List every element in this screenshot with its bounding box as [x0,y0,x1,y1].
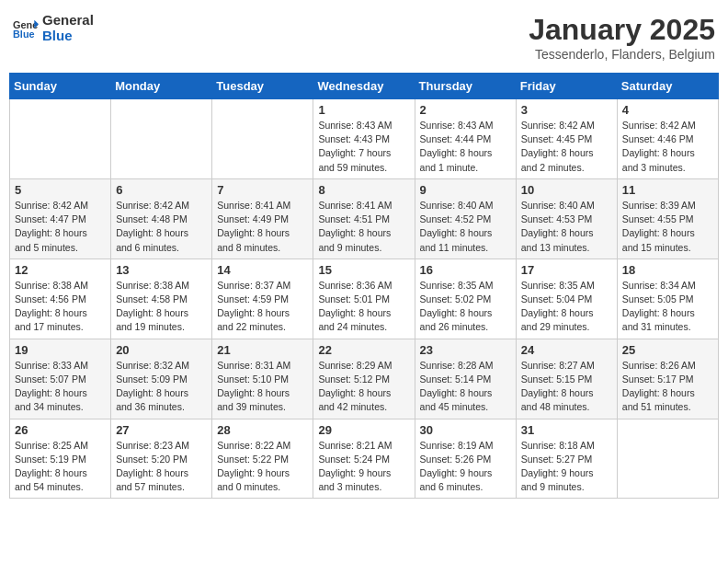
day-info: Sunrise: 8:38 AMSunset: 4:56 PMDaylight:… [15,279,106,335]
day-cell: 7Sunrise: 8:41 AMSunset: 4:49 PMDaylight… [212,178,313,259]
logo-blue: Blue [42,28,73,43]
day-cell: 12Sunrise: 8:38 AMSunset: 4:56 PMDayligh… [10,259,111,339]
day-number: 13 [116,263,207,277]
day-number: 29 [318,423,409,437]
day-cell [617,419,718,499]
day-info: Sunrise: 8:40 AMSunset: 4:53 PMDaylight:… [521,199,612,255]
day-cell [212,99,313,179]
weekday-header-row: SundayMondayTuesdayWednesdayThursdayFrid… [10,74,719,99]
day-number: 22 [318,343,409,357]
week-row-1: 1Sunrise: 8:43 AMSunset: 4:43 PMDaylight… [10,99,719,179]
day-number: 21 [217,343,308,357]
week-row-3: 12Sunrise: 8:38 AMSunset: 4:56 PMDayligh… [10,259,719,339]
day-number: 8 [318,183,409,197]
day-info: Sunrise: 8:32 AMSunset: 5:09 PMDaylight:… [116,359,207,415]
day-number: 23 [420,343,511,357]
day-info: Sunrise: 8:28 AMSunset: 5:14 PMDaylight:… [420,359,511,415]
day-number: 5 [15,183,106,197]
day-number: 24 [521,343,612,357]
day-cell: 10Sunrise: 8:40 AMSunset: 4:53 PMDayligh… [516,178,617,259]
day-number: 31 [521,423,612,437]
day-cell: 3Sunrise: 8:42 AMSunset: 4:45 PMDaylight… [516,99,617,179]
day-info: Sunrise: 8:42 AMSunset: 4:47 PMDaylight:… [15,199,106,255]
day-number: 27 [116,423,207,437]
day-number: 15 [318,263,409,277]
day-number: 16 [420,263,511,277]
logo: General Blue General Blue [13,13,94,43]
day-number: 10 [521,183,612,197]
svg-text:Blue: Blue [13,29,35,39]
weekday-header-monday: Monday [111,74,212,99]
day-cell [111,99,212,179]
day-info: Sunrise: 8:36 AMSunset: 5:01 PMDaylight:… [318,279,409,335]
day-cell: 15Sunrise: 8:36 AMSunset: 5:01 PMDayligh… [313,259,415,339]
day-cell: 16Sunrise: 8:35 AMSunset: 5:02 PMDayligh… [415,259,516,339]
day-cell: 8Sunrise: 8:41 AMSunset: 4:51 PMDaylight… [313,178,415,259]
day-info: Sunrise: 8:41 AMSunset: 4:51 PMDaylight:… [318,199,409,255]
day-cell: 28Sunrise: 8:22 AMSunset: 5:22 PMDayligh… [212,419,313,499]
day-cell: 1Sunrise: 8:43 AMSunset: 4:43 PMDaylight… [313,99,415,179]
day-cell: 20Sunrise: 8:32 AMSunset: 5:09 PMDayligh… [111,339,212,419]
calendar-subtitle: Tessenderlo, Flanders, Belgium [529,47,715,62]
day-info: Sunrise: 8:29 AMSunset: 5:12 PMDaylight:… [318,359,409,415]
day-cell: 26Sunrise: 8:25 AMSunset: 5:19 PMDayligh… [10,419,111,499]
day-cell: 2Sunrise: 8:43 AMSunset: 4:44 PMDaylight… [415,99,516,179]
day-info: Sunrise: 8:42 AMSunset: 4:48 PMDaylight:… [116,199,207,255]
weekday-header-friday: Friday [516,74,617,99]
day-number: 20 [116,343,207,357]
day-info: Sunrise: 8:42 AMSunset: 4:45 PMDaylight:… [521,119,612,175]
day-cell: 29Sunrise: 8:21 AMSunset: 5:24 PMDayligh… [313,419,415,499]
logo-general: General [42,12,94,28]
day-number: 14 [217,263,308,277]
weekday-header-saturday: Saturday [617,74,718,99]
day-info: Sunrise: 8:41 AMSunset: 4:49 PMDaylight:… [217,199,308,255]
day-cell: 11Sunrise: 8:39 AMSunset: 4:55 PMDayligh… [617,178,718,259]
day-info: Sunrise: 8:18 AMSunset: 5:27 PMDaylight:… [521,439,612,495]
day-number: 7 [217,183,308,197]
day-number: 25 [622,343,713,357]
day-info: Sunrise: 8:35 AMSunset: 5:02 PMDaylight:… [420,279,511,335]
day-info: Sunrise: 8:34 AMSunset: 5:05 PMDaylight:… [622,279,713,335]
logo-icon: General Blue [13,18,39,39]
day-info: Sunrise: 8:43 AMSunset: 4:44 PMDaylight:… [420,119,511,175]
day-number: 6 [116,183,207,197]
day-number: 26 [15,423,106,437]
day-cell: 18Sunrise: 8:34 AMSunset: 5:05 PMDayligh… [617,259,718,339]
day-cell: 25Sunrise: 8:26 AMSunset: 5:17 PMDayligh… [617,339,718,419]
day-number: 1 [318,103,409,117]
weekday-header-wednesday: Wednesday [313,74,415,99]
day-info: Sunrise: 8:37 AMSunset: 4:59 PMDaylight:… [217,279,308,335]
day-info: Sunrise: 8:25 AMSunset: 5:19 PMDaylight:… [15,439,106,495]
day-cell: 19Sunrise: 8:33 AMSunset: 5:07 PMDayligh… [10,339,111,419]
day-info: Sunrise: 8:40 AMSunset: 4:52 PMDaylight:… [420,199,511,255]
weekday-header-tuesday: Tuesday [212,74,313,99]
week-row-4: 19Sunrise: 8:33 AMSunset: 5:07 PMDayligh… [10,339,719,419]
day-cell: 13Sunrise: 8:38 AMSunset: 4:58 PMDayligh… [111,259,212,339]
day-info: Sunrise: 8:35 AMSunset: 5:04 PMDaylight:… [521,279,612,335]
day-info: Sunrise: 8:42 AMSunset: 4:46 PMDaylight:… [622,119,713,175]
day-number: 18 [622,263,713,277]
day-cell: 5Sunrise: 8:42 AMSunset: 4:47 PMDaylight… [10,178,111,259]
day-info: Sunrise: 8:31 AMSunset: 5:10 PMDaylight:… [217,359,308,415]
day-cell: 23Sunrise: 8:28 AMSunset: 5:14 PMDayligh… [415,339,516,419]
week-row-5: 26Sunrise: 8:25 AMSunset: 5:19 PMDayligh… [10,419,719,499]
day-info: Sunrise: 8:27 AMSunset: 5:15 PMDaylight:… [521,359,612,415]
day-cell: 17Sunrise: 8:35 AMSunset: 5:04 PMDayligh… [516,259,617,339]
day-cell: 27Sunrise: 8:23 AMSunset: 5:20 PMDayligh… [111,419,212,499]
day-number: 3 [521,103,612,117]
day-number: 4 [622,103,713,117]
day-number: 30 [420,423,511,437]
day-cell: 21Sunrise: 8:31 AMSunset: 5:10 PMDayligh… [212,339,313,419]
day-number: 17 [521,263,612,277]
day-info: Sunrise: 8:21 AMSunset: 5:24 PMDaylight:… [318,439,409,495]
day-cell: 14Sunrise: 8:37 AMSunset: 4:59 PMDayligh… [212,259,313,339]
day-info: Sunrise: 8:38 AMSunset: 4:58 PMDaylight:… [116,279,207,335]
day-cell: 30Sunrise: 8:19 AMSunset: 5:26 PMDayligh… [415,419,516,499]
title-block: January 2025 Tessenderlo, Flanders, Belg… [529,13,715,62]
day-info: Sunrise: 8:39 AMSunset: 4:55 PMDaylight:… [622,199,713,255]
day-cell [10,99,111,179]
week-row-2: 5Sunrise: 8:42 AMSunset: 4:47 PMDaylight… [10,178,719,259]
day-info: Sunrise: 8:33 AMSunset: 5:07 PMDaylight:… [15,359,106,415]
day-cell: 9Sunrise: 8:40 AMSunset: 4:52 PMDaylight… [415,178,516,259]
calendar-table: SundayMondayTuesdayWednesdayThursdayFrid… [9,73,719,499]
